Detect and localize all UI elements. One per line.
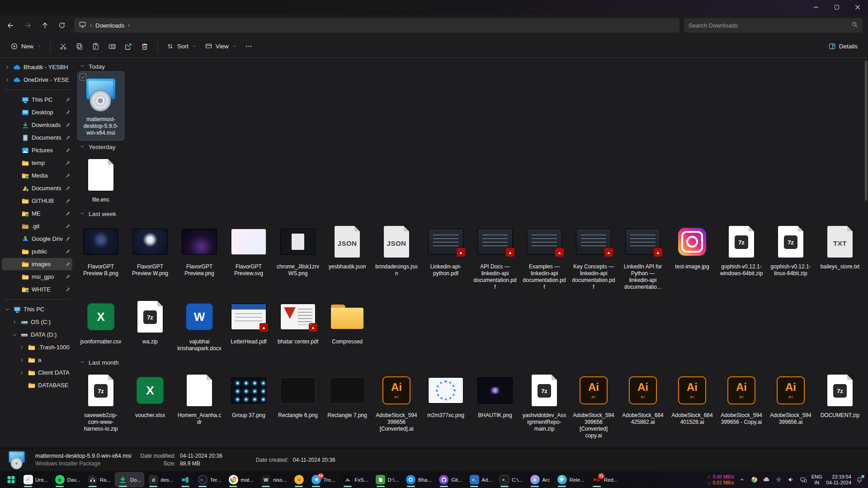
sidebar-item-data-d-[interactable]: DATA (D:) bbox=[2, 328, 72, 341]
sidebar-item-bhautik-yesbh[interactable]: Bhautik - YESBH bbox=[2, 61, 72, 73]
sidebar-item-this-pc[interactable]: This PC bbox=[2, 303, 72, 315]
vertical-scrollbar[interactable] bbox=[865, 61, 867, 201]
sidebar-item-media[interactable]: Media bbox=[2, 169, 72, 182]
file-item[interactable]: AiAIAdobeStock_684401528.ai bbox=[669, 368, 715, 429]
taskbar-app-niss[interactable]: Wniss... bbox=[258, 472, 290, 487]
onedrive-tray-icon[interactable] bbox=[763, 476, 771, 484]
file-item[interactable]: test-image.jpg bbox=[669, 219, 715, 274]
file-item[interactable]: 7zyashvidotdev_AssignmentRepo-main.zip bbox=[521, 368, 567, 436]
taskbar-app-des[interactable]: ddes... bbox=[145, 472, 176, 487]
sidebar-item-database[interactable]: DATABASE bbox=[2, 379, 72, 391]
sidebar-item-this-pc[interactable]: This PC bbox=[2, 94, 72, 106]
file-item[interactable]: AiAIAdobeStock_594399656 [Converted] cop… bbox=[571, 368, 617, 443]
sidebar-item-public[interactable]: public bbox=[2, 245, 72, 258]
brightness-icon[interactable] bbox=[775, 476, 783, 484]
taskbar-app-arc[interactable]: Arc bbox=[527, 472, 553, 487]
maximize-button[interactable] bbox=[826, 0, 847, 14]
breadcrumb[interactable]: Downloads bbox=[95, 22, 124, 29]
sidebar-item-onedrive-yese[interactable]: OneDrive - YESE bbox=[2, 74, 72, 86]
paste-button[interactable] bbox=[88, 39, 104, 54]
file-item[interactable]: FlavorGPT Preview B.png bbox=[78, 219, 124, 281]
group-header-last-month[interactable]: Last month bbox=[80, 359, 866, 366]
new-button[interactable]: New bbox=[6, 39, 46, 53]
start-button[interactable] bbox=[3, 472, 19, 487]
file-item[interactable]: 7zwa.zip bbox=[127, 294, 173, 349]
taskbar-app-rele[interactable]: Rele... bbox=[554, 472, 587, 487]
minimize-button[interactable] bbox=[806, 0, 826, 14]
sidebar-item--trash-1000[interactable]: .Trash-1000 bbox=[2, 341, 72, 353]
file-item[interactable]: ▲LinkedIn API for Python — linkedin-api … bbox=[620, 219, 666, 294]
file-item[interactable]: Homem_Aranha.cdr bbox=[176, 368, 222, 429]
volume-icon[interactable] bbox=[787, 476, 795, 484]
close-button[interactable] bbox=[847, 0, 868, 14]
file-item[interactable]: FlavorGPT Preview W.png bbox=[127, 219, 173, 281]
sidebar-item-documents[interactable]: Documents bbox=[2, 131, 72, 144]
file-item[interactable]: ▲Linkedin-api-python.pdf bbox=[423, 219, 469, 281]
sidebar-item-downloads[interactable]: Downloads bbox=[2, 119, 72, 131]
file-item[interactable]: AiAIAdobeStock_684425862.ai bbox=[620, 368, 666, 429]
chevron-down-icon[interactable] bbox=[4, 307, 11, 312]
chrome-tray-icon[interactable] bbox=[750, 476, 759, 484]
chevron-right-icon[interactable] bbox=[4, 65, 11, 70]
file-item[interactable]: FlavorGPT Preview.png bbox=[176, 219, 222, 281]
file-item[interactable]: FlavorGPT Preview.svg bbox=[226, 219, 272, 281]
file-item[interactable]: JSONbrindadesings.json bbox=[373, 219, 420, 281]
notifications-bell-icon[interactable] bbox=[855, 476, 863, 484]
breadcrumb-chevron[interactable]: › bbox=[127, 22, 131, 28]
taskbar-app-tro[interactable]: 59Tro... bbox=[308, 472, 338, 487]
file-item[interactable]: Rectangle 7.png bbox=[324, 368, 370, 422]
taskbar-app-unt[interactable]: Unt... bbox=[20, 472, 51, 487]
file-item[interactable]: chrome_J8sk1zrvWS.png bbox=[275, 219, 321, 281]
clock[interactable]: 23:19:5404-11-2024 bbox=[826, 474, 851, 486]
sidebar-item--git[interactable]: .git bbox=[2, 220, 72, 232]
file-item[interactable]: AiAIAdobeStock_594399656.ai bbox=[768, 368, 814, 429]
hidden-icons-chevron[interactable] bbox=[738, 476, 746, 484]
taskbar-app-ter[interactable]: >_Ter... bbox=[194, 472, 224, 487]
chevron-right-icon[interactable] bbox=[18, 357, 25, 363]
file-item[interactable]: mattermost-desktop-5.9.0-win-x64.msi bbox=[78, 72, 124, 140]
taskbar-app-dav[interactable]: Dav... bbox=[52, 472, 83, 487]
copy-button[interactable] bbox=[71, 39, 88, 54]
file-item[interactable]: ▲Examples — linkedin-api documentation.p… bbox=[521, 219, 567, 294]
file-item[interactable]: Xjsonformatter.csv bbox=[78, 294, 124, 349]
taskbar-app-vscode[interactable] bbox=[177, 472, 193, 487]
up-button[interactable] bbox=[37, 18, 52, 33]
search-input[interactable] bbox=[689, 22, 851, 29]
cut-button[interactable] bbox=[55, 39, 71, 54]
address-bar[interactable]: › Downloads › bbox=[74, 18, 679, 33]
chevron-down-icon[interactable] bbox=[11, 332, 18, 338]
sidebar-item-me[interactable]: ME bbox=[2, 207, 72, 220]
taskbar-app-c[interactable]: >_C:\... bbox=[496, 472, 526, 487]
taskbar-app-ra[interactable]: Ra... bbox=[85, 472, 114, 487]
file-item[interactable]: 7zgophish-v0.12.1-windows-64bit.zip bbox=[718, 219, 764, 281]
sidebar-item-google-drive[interactable]: Google Drive bbox=[2, 233, 72, 245]
sort-button[interactable]: Sort bbox=[162, 39, 201, 53]
taskbar-app-hugging[interactable] bbox=[291, 472, 307, 487]
taskbar-app-mat[interactable]: mat... bbox=[225, 472, 257, 487]
refresh-button[interactable] bbox=[54, 18, 70, 33]
file-item[interactable]: Wvajubhai krishanapark.docx bbox=[176, 294, 222, 356]
file-item[interactable]: ▲LetterHead.pdf bbox=[226, 294, 272, 349]
file-item[interactable]: Compressed bbox=[324, 294, 370, 349]
search-icon[interactable] bbox=[851, 21, 858, 30]
file-item[interactable]: JSONyesbhautik.json bbox=[324, 219, 370, 274]
file-item[interactable]: Rectangle 6.png bbox=[275, 368, 321, 422]
file-item[interactable]: Group 37.png bbox=[226, 368, 272, 422]
sidebar-item-github[interactable]: GITHUB bbox=[2, 195, 72, 207]
delete-button[interactable] bbox=[137, 39, 153, 54]
taskbar-app-fxs[interactable]: FxS... bbox=[340, 472, 372, 487]
sidebar-item-images[interactable]: images bbox=[2, 258, 72, 270]
group-header-yesterday[interactable]: Yesterday bbox=[80, 144, 866, 150]
forward-button[interactable] bbox=[20, 18, 35, 33]
chevron-right-icon[interactable] bbox=[4, 77, 11, 83]
group-header-today[interactable]: Today bbox=[80, 63, 866, 70]
file-item[interactable]: AiAIAdobeStock_594399656 [Converted].ai bbox=[373, 368, 420, 436]
taskbar-app-git[interactable]: Git... bbox=[436, 472, 465, 487]
file-item[interactable]: TXTbaileys_store.txt bbox=[817, 219, 863, 274]
file-item[interactable]: AiAIAdobeStock_594399656 - Copy.ai bbox=[718, 368, 764, 429]
chevron-right-icon[interactable] bbox=[18, 345, 25, 350]
rename-button[interactable] bbox=[104, 39, 120, 54]
sidebar-item-msi-gpo[interactable]: msi_gpo bbox=[2, 271, 72, 283]
taskbar-app-ad[interactable]: >_Ad... bbox=[466, 472, 495, 487]
sidebar-item-a[interactable]: a bbox=[2, 354, 72, 366]
